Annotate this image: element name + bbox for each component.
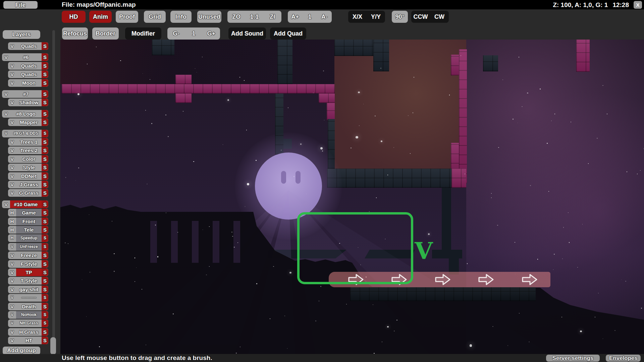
save-flag-badge[interactable]: S [42,337,48,344]
layer-label[interactable]: Freeze [16,251,42,259]
layer-label[interactable]: G Grass [16,189,42,197]
save-flag-badge[interactable]: S [42,226,48,234]
save-flag-badge[interactable]: S [42,243,48,251]
visibility-toggle[interactable]: V [8,138,16,146]
layer-label[interactable]: H Grass [16,328,42,336]
brush-selection-rect[interactable] [297,212,413,284]
save-flag-badge[interactable]: S [42,110,48,118]
save-flag-badge[interactable]: S [42,164,48,171]
toolbar-segment-g[interactable]: G- [167,30,185,37]
add-group-button[interactable]: Add group [3,347,40,355]
layer-label[interactable]: Mapper [16,118,42,126]
save-flag-badge[interactable]: S [42,172,48,180]
layer-label[interactable]: TP [16,268,42,276]
file-menu-button[interactable]: File [3,1,38,9]
layer-row-tp[interactable]: VTPS [8,268,48,276]
layer-label[interactable]: Front [16,218,42,225]
visibility-toggle[interactable]: V [8,268,16,276]
save-flag-badge[interactable]: S [42,62,48,70]
save-flag-badge[interactable]: S [42,70,48,78]
layer-row-nohook[interactable]: VNoHookS [8,311,48,319]
layer-row-trees-1[interactable]: VTrees 1S [8,138,48,146]
visibility-toggle[interactable]: V [8,260,16,268]
map-canvas[interactable]: V [60,40,644,354]
layer-row-t-style[interactable]: VT StyleS [8,277,48,285]
layer-row-ddnet[interactable]: VDDNetS [8,172,48,180]
layer-label[interactable]: #6 [10,53,42,61]
visibility-toggle[interactable]: H [8,226,16,234]
visibility-toggle[interactable]: V [8,243,16,251]
layer-row-item[interactable]: V-----------S [8,294,48,302]
save-flag-badge[interactable]: S [42,181,48,188]
toolbar-segment-a[interactable]: A- [317,13,332,20]
layer-row-quads[interactable]: VQuadsS [8,42,48,50]
layer-label[interactable]: NH Grass [16,319,42,327]
layer-label[interactable]: Trees 2 [16,146,42,154]
visibility-toggle[interactable]: V [8,189,16,197]
layer-row-tele[interactable]: HTeleS [8,226,48,234]
visibility-toggle[interactable]: V [8,164,16,171]
visibility-toggle[interactable]: V [8,328,16,336]
toolbar-group-g-1-g[interactable]: G-1G+ [167,27,220,40]
layers-scrollbar-handle[interactable] [50,337,56,355]
toolbar-group-x-x-y-y[interactable]: X/XY/Y [348,11,385,23]
layer-row-speedup[interactable]: HSpeedupS [8,234,48,242]
save-flag-badge[interactable]: S [42,209,48,217]
save-flag-badge[interactable]: S [42,260,48,268]
group-row-6[interactable]: V#6S [2,53,48,61]
toolbar-button-info[interactable]: Info [170,11,192,23]
layer-row-nh-grass[interactable]: VNH GrassS [8,319,48,327]
visibility-toggle[interactable]: V [8,337,16,344]
layer-label[interactable]: Death [16,303,42,310]
layers-scrollbar-track[interactable] [52,30,55,355]
layer-label[interactable]: HT [16,337,42,344]
layer-label[interactable]: #9 GT & DDS [10,130,42,137]
layer-row-f-style[interactable]: VF StyleS [8,260,48,268]
save-flag-badge[interactable]: S [42,189,48,197]
visibility-toggle[interactable]: V [8,251,16,259]
toolbar-segment-ccw[interactable]: CCW [411,13,430,20]
visibility-toggle[interactable]: H [8,234,16,242]
toolbar-group-zo-1-1-zi[interactable]: ZO1:1ZI [227,11,281,23]
layer-label[interactable]: Quads [16,42,42,50]
layer-row-style[interactable]: VStyleS [8,164,48,171]
visibility-toggle[interactable]: V [8,311,16,319]
visibility-toggle[interactable]: V [8,319,16,327]
save-flag-badge[interactable]: S [42,155,48,163]
save-flag-badge[interactable]: S [42,53,48,61]
layer-row-h-grass[interactable]: VH GrassS [8,328,48,336]
toolbar-segment-zi[interactable]: ZI [263,13,281,20]
toolbar-button-modifier[interactable]: Modifier [125,27,161,40]
visibility-toggle[interactable]: V [8,303,16,310]
layer-label[interactable]: ----------- [16,294,42,302]
visibility-toggle[interactable]: V [8,79,16,87]
layer-row-quads[interactable]: VQuadsS [8,62,48,70]
layer-label[interactable]: Color [16,155,42,163]
toolbar-button-90[interactable]: 90° [392,11,408,23]
visibility-toggle[interactable]: H [8,209,16,217]
visibility-toggle[interactable]: V [8,277,16,285]
save-flag-badge[interactable]: S [42,99,48,106]
layer-row-game[interactable]: HGameS [8,209,48,217]
visibility-toggle[interactable]: V [8,286,16,293]
save-flag-badge[interactable]: S [42,79,48,87]
layer-row-gay-shit[interactable]: Vgay shitS [8,286,48,293]
toolbar-segment-g[interactable]: G+ [203,30,220,37]
save-flag-badge[interactable]: S [42,200,48,208]
toolbar-group-a-1-a[interactable]: A+1A- [288,11,332,23]
save-flag-badge[interactable]: S [42,268,48,276]
layer-label[interactable]: T Style [16,277,42,285]
toolbar-segment-a[interactable]: A+ [288,13,303,20]
server-settings-button[interactable]: Server settings [546,355,600,362]
visibility-toggle[interactable]: V [2,110,10,118]
visibility-toggle[interactable]: V [8,294,16,302]
visibility-toggle[interactable]: V [8,42,16,50]
layer-label[interactable]: NoHook [16,311,42,319]
save-flag-badge[interactable]: S [42,251,48,259]
layer-label[interactable]: gay shit [16,286,42,293]
save-flag-badge[interactable]: S [42,328,48,336]
layer-row-unfreeze[interactable]: VUnFreezeS [8,243,48,251]
group-row-8-logo[interactable]: V#8 LogoS [2,110,48,118]
toolbar-segment-1-1[interactable]: 1:1 [246,13,264,20]
visibility-toggle[interactable]: V [8,70,16,78]
